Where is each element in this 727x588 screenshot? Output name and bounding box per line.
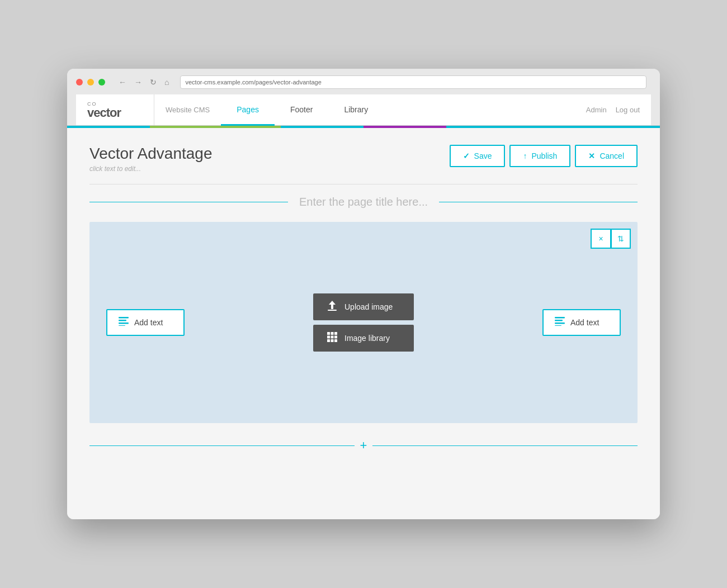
address-bar[interactable] — [180, 75, 646, 89]
traffic-light-red[interactable] — [76, 79, 83, 86]
svg-rect-9 — [334, 332, 337, 335]
color-bar-cyan3 — [446, 126, 660, 128]
block-reorder-button[interactable]: ⇅ — [611, 229, 631, 249]
cancel-label: Cancel — [599, 151, 624, 160]
admin-link[interactable]: Admin — [586, 106, 607, 114]
svg-rect-11 — [331, 336, 334, 339]
add-text-left-label: Add text — [134, 318, 163, 327]
upload-image-button[interactable]: Upload image — [313, 293, 414, 320]
logo: co vector — [87, 101, 121, 119]
svg-rect-12 — [334, 336, 337, 339]
browser-nav: ← → ↻ ⌂ — [116, 77, 171, 88]
traffic-light-green[interactable] — [98, 79, 105, 86]
upload-icon — [327, 300, 338, 314]
color-bar-cyan — [67, 126, 150, 128]
svg-rect-18 — [555, 323, 565, 324]
svg-marker-5 — [329, 301, 336, 305]
image-library-button[interactable]: Image library — [313, 325, 414, 352]
add-section-button[interactable]: + — [355, 437, 372, 454]
cms-label: Website CMS — [154, 94, 221, 125]
title-section: Enter the page title here... — [89, 196, 638, 208]
add-text-right-button[interactable]: Add text — [542, 309, 621, 336]
tab-library[interactable]: Library — [328, 95, 384, 126]
save-label: Save — [474, 151, 492, 160]
add-section-icon: + — [360, 438, 367, 453]
publish-label: Publish — [531, 151, 557, 160]
page-title-area: Vector Advantage click text to edit... — [89, 145, 213, 173]
svg-rect-19 — [555, 325, 561, 326]
color-bar — [67, 126, 660, 128]
title-placeholder[interactable]: Enter the page title here... — [288, 196, 439, 208]
upload-image-label: Upload image — [344, 302, 393, 311]
browser-controls: ← → ↻ ⌂ — [76, 75, 651, 89]
svg-rect-7 — [327, 332, 330, 335]
svg-rect-3 — [119, 325, 125, 326]
add-section-line-right — [372, 445, 638, 446]
page-title[interactable]: Vector Advantage — [89, 145, 213, 163]
add-text-left-icon — [119, 317, 129, 328]
svg-rect-10 — [327, 336, 330, 339]
page-subtitle: click text to edit... — [89, 165, 213, 173]
add-text-left-button[interactable]: Add text — [106, 309, 185, 336]
cancel-button[interactable]: ✕ Cancel — [575, 145, 638, 167]
nav-tabs: Pages Footer Library — [221, 94, 384, 125]
logout-link[interactable]: Log out — [616, 106, 640, 114]
save-button[interactable]: ✓ Save — [450, 145, 506, 167]
svg-rect-15 — [334, 339, 337, 342]
block-close-button[interactable]: × — [591, 229, 611, 249]
app-navbar: co vector Website CMS Pages Footer Libra… — [76, 94, 651, 125]
publish-icon: ↑ — [523, 151, 527, 160]
tab-pages[interactable]: Pages — [221, 95, 275, 126]
reorder-icon: ⇅ — [617, 234, 624, 243]
color-bar-green — [150, 126, 280, 128]
content-block: × ⇅ Add text — [89, 222, 638, 423]
svg-rect-1 — [119, 320, 126, 321]
action-buttons: ✓ Save ↑ Publish ✕ Cancel — [450, 145, 638, 167]
header-divider — [89, 184, 638, 184]
svg-rect-17 — [555, 320, 563, 321]
block-controls: × ⇅ — [591, 229, 631, 249]
page-header: Vector Advantage click text to edit... ✓… — [89, 145, 638, 173]
add-text-right-label: Add text — [570, 318, 599, 327]
logo-bottom-text: vector — [87, 107, 121, 119]
svg-rect-14 — [331, 339, 334, 342]
save-icon: ✓ — [463, 151, 470, 160]
publish-button[interactable]: ↑ Publish — [509, 145, 570, 167]
color-bar-cyan2 — [281, 126, 364, 128]
image-library-label: Image library — [344, 334, 390, 343]
back-button[interactable]: ← — [116, 77, 129, 88]
cancel-icon: ✕ — [588, 151, 595, 160]
nav-right: Admin Log out — [575, 94, 651, 125]
svg-rect-13 — [327, 339, 330, 342]
svg-rect-2 — [119, 323, 129, 324]
close-icon: × — [598, 234, 603, 243]
refresh-button[interactable]: ↻ — [148, 77, 159, 88]
svg-rect-8 — [331, 332, 334, 335]
add-text-right-icon — [555, 317, 565, 328]
tab-footer[interactable]: Footer — [275, 95, 328, 126]
library-icon — [327, 331, 338, 345]
forward-button[interactable]: → — [132, 77, 144, 88]
svg-rect-16 — [555, 317, 565, 319]
add-section-line-left — [89, 445, 355, 446]
svg-rect-6 — [328, 310, 337, 311]
color-bar-purple — [364, 126, 446, 128]
svg-rect-0 — [119, 317, 129, 319]
add-section-row: + — [89, 437, 638, 454]
center-buttons: Upload image — [313, 293, 414, 352]
browser-window: ← → ↻ ⌂ co vector Website CMS Pages Foot… — [67, 69, 660, 519]
home-button[interactable]: ⌂ — [162, 77, 171, 88]
title-line-left — [89, 202, 288, 202]
logo-area: co vector — [76, 94, 154, 125]
browser-chrome: ← → ↻ ⌂ co vector Website CMS Pages Foot… — [67, 69, 660, 126]
title-line-right — [439, 202, 638, 202]
traffic-light-yellow[interactable] — [87, 79, 94, 86]
page-content: Vector Advantage click text to edit... ✓… — [67, 128, 660, 519]
